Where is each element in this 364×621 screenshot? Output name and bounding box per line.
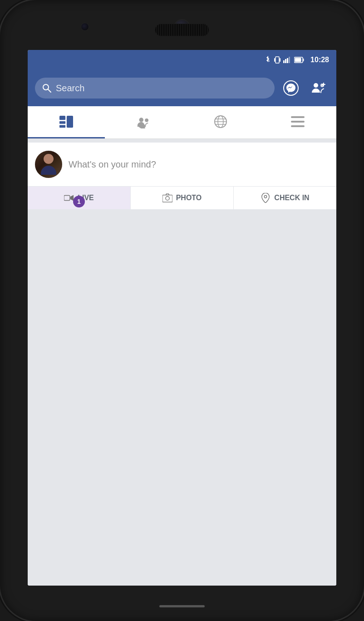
- live-icon: [64, 193, 74, 203]
- svg-rect-2: [280, 58, 280, 62]
- messenger-button[interactable]: [280, 77, 302, 99]
- checkin-button[interactable]: CHECK IN: [234, 187, 336, 209]
- notification-badge: 1: [73, 196, 85, 207]
- feed-area: [28, 213, 336, 586]
- phone-shell: 10:28 Search: [0, 0, 364, 621]
- post-prompt[interactable]: What's on your mind?: [69, 159, 329, 170]
- svg-point-13: [314, 83, 318, 88]
- svg-rect-4: [285, 59, 286, 63]
- contacts-icon: [310, 80, 326, 96]
- status-icons: 10:28: [265, 56, 329, 64]
- content-area: What's on your mind? LIVE 1: [28, 139, 336, 586]
- contacts-button[interactable]: [307, 77, 329, 99]
- photo-label: PHOTO: [176, 194, 202, 202]
- search-icon: [42, 84, 51, 93]
- svg-rect-18: [59, 121, 65, 124]
- newsfeed-icon: [59, 115, 73, 128]
- messenger-icon: [283, 80, 299, 96]
- search-bar[interactable]: Search: [35, 78, 275, 99]
- svg-rect-9: [295, 58, 301, 62]
- svg-rect-29: [291, 121, 305, 123]
- signal-icon: [283, 57, 291, 63]
- phone-screen: 10:28 Search: [28, 50, 336, 586]
- svg-point-21: [139, 118, 143, 122]
- home-indicator: [159, 605, 205, 607]
- svg-point-10: [43, 84, 49, 90]
- svg-point-35: [265, 196, 267, 198]
- svg-rect-20: [67, 116, 73, 128]
- svg-rect-3: [283, 60, 285, 63]
- svg-rect-33: [162, 195, 172, 202]
- composer-top: What's on your mind?: [28, 143, 336, 186]
- svg-point-22: [145, 118, 148, 122]
- hamburger-icon: [291, 115, 305, 128]
- bluetooth-icon: [265, 56, 271, 64]
- svg-rect-6: [289, 57, 290, 63]
- user-avatar: [35, 151, 62, 178]
- avatar-person: [41, 154, 56, 175]
- tab-discover[interactable]: [182, 106, 259, 138]
- composer-card: What's on your mind? LIVE 1: [28, 143, 336, 209]
- friends-icon: [137, 115, 150, 128]
- status-time: 10:28: [310, 56, 329, 64]
- checkin-label: CHECK IN: [274, 194, 309, 202]
- tab-menu[interactable]: [259, 106, 336, 138]
- avatar-head: [44, 154, 54, 164]
- search-placeholder: Search: [56, 83, 84, 94]
- svg-rect-1: [274, 58, 275, 62]
- vibrate-icon: [274, 56, 280, 64]
- svg-rect-0: [275, 57, 279, 63]
- avatar-body: [41, 166, 56, 175]
- tab-friends[interactable]: [105, 106, 182, 138]
- front-cam-sensor: [81, 23, 89, 31]
- photo-icon: [162, 193, 172, 203]
- svg-rect-5: [287, 58, 288, 63]
- svg-rect-28: [291, 116, 305, 118]
- globe-icon: [214, 115, 227, 128]
- tab-bar: [28, 106, 336, 139]
- avatar-image: [35, 151, 62, 178]
- svg-rect-8: [303, 59, 304, 61]
- checkin-icon: [261, 193, 271, 203]
- top-nav: Search: [28, 70, 336, 106]
- status-bar: 10:28: [28, 50, 336, 70]
- live-button[interactable]: LIVE 1: [28, 187, 131, 209]
- speaker: [155, 24, 209, 36]
- battery-icon: [294, 57, 304, 63]
- svg-rect-17: [59, 116, 65, 120]
- photo-button[interactable]: PHOTO: [131, 187, 234, 209]
- svg-point-34: [166, 197, 169, 200]
- svg-line-11: [48, 89, 51, 92]
- svg-rect-19: [59, 125, 65, 128]
- svg-rect-30: [291, 125, 305, 127]
- tab-newsfeed[interactable]: [28, 106, 105, 138]
- svg-rect-31: [64, 196, 70, 201]
- composer-actions: LIVE 1 PHOTO: [28, 186, 336, 209]
